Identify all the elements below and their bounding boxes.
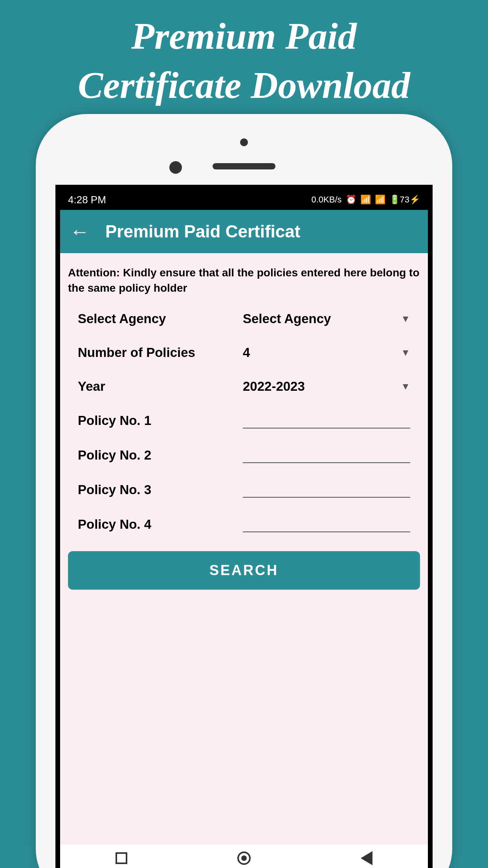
agency-dropdown[interactable]: Select Agency ▼: [243, 311, 410, 326]
page-title: Premium Paid Certificat: [105, 222, 300, 241]
policy1-label: Policy No. 1: [78, 413, 243, 428]
policy3-label: Policy No. 3: [78, 482, 243, 497]
navigation-bar: [60, 844, 428, 868]
status-bar: 4:28 PM 0.0KB/s ⏰ 📶 📶 🔋73⚡: [60, 189, 428, 210]
app-header: ← Premium Paid Certificat: [60, 210, 428, 253]
year-value: 2022-2023: [243, 379, 305, 394]
back-button[interactable]: [359, 851, 374, 866]
policy2-label: Policy No. 2: [78, 448, 243, 463]
policy3-input[interactable]: [243, 482, 410, 498]
recent-apps-button[interactable]: [114, 851, 129, 866]
chevron-down-icon: ▼: [401, 381, 410, 392]
screen: 4:28 PM 0.0KB/s ⏰ 📶 📶 🔋73⚡ ← Premium Pai…: [55, 185, 433, 868]
policy4-label: Policy No. 4: [78, 517, 243, 532]
camera-dot: [240, 138, 248, 146]
promo-title: Premium Paid Certificate Download: [0, 0, 488, 110]
volte-icon: 📶: [360, 195, 371, 205]
chevron-down-icon: ▼: [401, 347, 410, 358]
agency-row: Select Agency Select Agency ▼: [66, 311, 422, 326]
policy1-row: Policy No. 1: [66, 413, 422, 428]
year-dropdown[interactable]: 2022-2023 ▼: [243, 379, 410, 394]
policy4-input[interactable]: [243, 517, 410, 532]
policies-dropdown[interactable]: 4 ▼: [243, 345, 410, 360]
attention-message: Attention: Kindly ensure that all the po…: [66, 265, 422, 296]
policy1-input[interactable]: [243, 413, 410, 428]
policy4-row: Policy No. 4: [66, 517, 422, 532]
year-row: Year 2022-2023 ▼: [66, 379, 422, 394]
network-speed: 0.0KB/s: [311, 195, 341, 205]
agency-label: Select Agency: [78, 311, 243, 326]
year-label: Year: [78, 379, 243, 394]
policy2-row: Policy No. 2: [66, 447, 422, 463]
chevron-down-icon: ▼: [401, 313, 410, 324]
status-time: 4:28 PM: [68, 194, 106, 206]
status-right: 0.0KB/s ⏰ 📶 📶 🔋73⚡: [311, 195, 420, 205]
signal-icon: 📶: [375, 195, 385, 205]
policy3-row: Policy No. 3: [66, 482, 422, 498]
agency-value: Select Agency: [243, 311, 331, 326]
front-camera: [169, 161, 182, 174]
policy2-input[interactable]: [243, 447, 410, 463]
home-button[interactable]: [237, 851, 251, 866]
back-arrow-icon[interactable]: ←: [70, 220, 90, 243]
policies-row: Number of Policies 4 ▼: [66, 345, 422, 360]
alarm-icon: ⏰: [346, 195, 356, 205]
phone-hardware: [36, 134, 452, 177]
policies-value: 4: [243, 345, 250, 360]
phone-frame: 4:28 PM 0.0KB/s ⏰ 📶 📶 🔋73⚡ ← Premium Pai…: [36, 114, 452, 868]
content-area: Attention: Kindly ensure that all the po…: [60, 253, 428, 601]
policies-label: Number of Policies: [78, 345, 243, 360]
search-button[interactable]: SEARCH: [68, 551, 420, 590]
promo-line1: Premium Paid: [0, 12, 488, 61]
speaker: [213, 163, 275, 169]
battery-icon: 🔋73⚡: [389, 195, 420, 205]
promo-line2: Certificate Download: [0, 61, 488, 110]
